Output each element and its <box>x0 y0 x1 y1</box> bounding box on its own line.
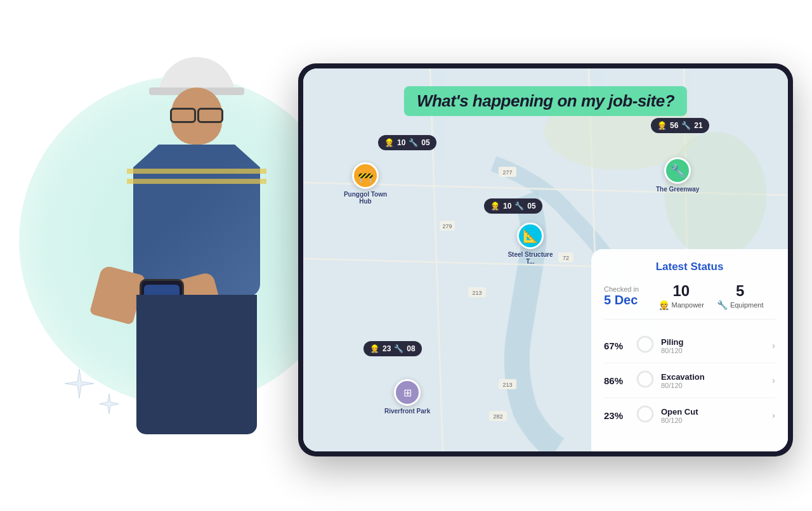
svg-point-24 <box>638 406 653 422</box>
person-icon-2: 👷 <box>657 121 667 130</box>
svg-point-22 <box>638 372 653 387</box>
svg-point-19 <box>665 132 766 259</box>
progress-sub-0: 80/120 <box>661 347 766 354</box>
trousers <box>136 295 257 434</box>
stats-group: 10 👷 Manpower 5 🔧 Equipment <box>646 282 775 310</box>
map-marker-top-right: 👷 56 🔧 21 <box>651 118 709 133</box>
chevron-icon-2: › <box>772 410 775 420</box>
progress-circle-2 <box>636 404 655 426</box>
heading-text: What's happening on my job-site? <box>417 91 674 110</box>
manpower-icon: 👷 <box>658 300 669 310</box>
heading-banner: What's happening on my job-site? <box>404 86 687 116</box>
progress-pct-1: 86% <box>604 375 629 386</box>
pin-greenway[interactable]: 🔧 The Greenway <box>656 157 699 193</box>
manpower-count: 10 <box>658 282 704 300</box>
person-icon: 👷 <box>384 138 394 147</box>
progress-sub-1: 80/120 <box>661 382 766 389</box>
progress-sub-2: 80/120 <box>661 417 766 424</box>
equipment-label: Equipment <box>730 301 764 309</box>
equip-icon: 🔧 <box>409 138 418 147</box>
svg-text:279: 279 <box>442 223 452 230</box>
progress-name-2: Open Cut <box>661 407 766 417</box>
worker-figure <box>38 51 304 482</box>
chevron-icon-1: › <box>772 375 775 385</box>
equip-icon-3: 🔧 <box>514 202 524 210</box>
progress-pct-0: 67% <box>604 340 629 351</box>
progress-row-1[interactable]: 86% Excavation 80/120 › <box>604 363 775 398</box>
progress-circle-1 <box>636 370 655 391</box>
tablet-screen: 277 279 213 72 213 282 W <box>303 68 788 451</box>
svg-text:282: 282 <box>493 413 502 420</box>
svg-text:213: 213 <box>472 290 481 296</box>
tablet-device: 277 279 213 72 213 282 W <box>298 63 793 456</box>
map-marker-middle: 👷 10 🔧 05 <box>484 198 542 214</box>
pin-riverfront[interactable]: ⊞ Riverfront Park <box>384 379 430 415</box>
status-panel-title: Latest Status <box>604 261 775 273</box>
svg-text:72: 72 <box>563 255 569 261</box>
person-icon-4: 👷 <box>370 344 379 353</box>
scene: 277 279 213 72 213 282 W <box>0 0 812 511</box>
equip-icon-4: 🔧 <box>394 344 403 353</box>
svg-text:213: 213 <box>502 382 512 388</box>
manpower-stat: 10 👷 Manpower <box>658 282 704 310</box>
progress-pct-2: 23% <box>604 410 629 421</box>
checkin-label: Checked in <box>604 285 639 293</box>
vest-stripes <box>127 164 266 189</box>
chevron-icon-0: › <box>772 340 775 351</box>
checkin-row: Checked in 5 Dec 10 👷 Manpower 5 <box>604 282 775 320</box>
progress-row-2[interactable]: 23% Open Cut 80/120 › <box>604 398 775 432</box>
svg-point-20 <box>638 337 653 352</box>
pin-punggol[interactable]: 🚧 Punggol Town Hub <box>340 162 391 205</box>
progress-row-0[interactable]: 67% Piling 80/120 › <box>604 328 775 363</box>
pin-steel[interactable]: 📐 Steel Structure T... <box>505 223 556 265</box>
status-panel: Latest Status Checked in 5 Dec 10 👷 Manp… <box>591 249 788 451</box>
manpower-label: Manpower <box>672 301 704 309</box>
equipment-stat: 5 🔧 Equipment <box>717 282 764 310</box>
equipment-icon: 🔧 <box>717 300 728 310</box>
person-icon-3: 👷 <box>490 202 500 210</box>
equipment-count: 5 <box>717 282 764 300</box>
map-marker-top-left: 👷 10 🔧 05 <box>378 135 436 150</box>
progress-name-1: Excavation <box>661 372 766 382</box>
checkin-date: 5 Dec <box>604 293 638 307</box>
progress-list: 67% Piling 80/120 › 86% Excavation 80/12… <box>604 328 775 432</box>
progress-circle-0 <box>636 335 655 356</box>
map-marker-bottom-left: 👷 23 🔧 08 <box>363 341 422 356</box>
progress-name-0: Piling <box>661 337 766 347</box>
glasses <box>168 108 225 120</box>
equip-icon-2: 🔧 <box>681 121 691 130</box>
svg-text:277: 277 <box>502 169 512 176</box>
